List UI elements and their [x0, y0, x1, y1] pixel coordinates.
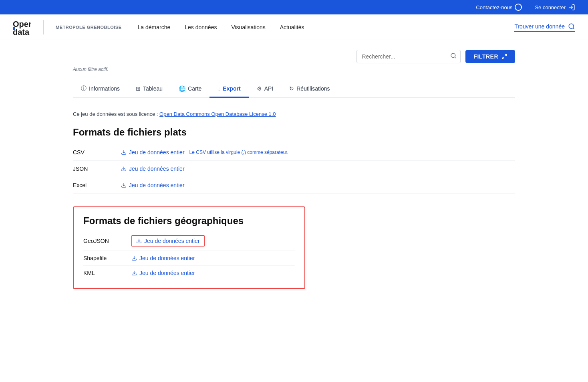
info-icon: ⓘ [81, 85, 87, 92]
globe-icon: 🌐 [179, 85, 185, 92]
login-label: Se connecter [535, 4, 566, 10]
format-name-kml: KML [83, 270, 131, 276]
nav-donnees[interactable]: Les données [185, 24, 217, 30]
expand-icon [501, 54, 507, 59]
download-icon [121, 166, 127, 172]
search-submit-icon[interactable] [450, 53, 457, 61]
flat-format-list: CSV Jeu de données entier Le CSV utilise… [73, 144, 515, 194]
csv-download-link[interactable]: Jeu de données entier [121, 149, 185, 156]
filter-button[interactable]: FILTRER [465, 50, 515, 63]
main-nav: La démarche Les données Visualisations A… [138, 24, 515, 30]
export-content: Ce jeu de données est sous licence : Ope… [73, 98, 515, 289]
main-content: FILTRER Aucun filtre actif. ⓘ Informatio… [54, 40, 534, 308]
tab-informations[interactable]: ⓘ Informations [73, 80, 128, 98]
logo-divider [43, 20, 44, 34]
top-bar: Contactez-nous Se connecter [0, 0, 588, 14]
tabs-bar: ⓘ Informations ⊞ Tableau 🌐 Carte ↓ Expor… [73, 80, 515, 98]
geojson-download-link[interactable]: Jeu de données entier [131, 235, 205, 247]
no-filter-label: Aucun filtre actif. [73, 67, 515, 72]
nav-demarche[interactable]: La démarche [138, 24, 171, 30]
shapefile-download-link[interactable]: Jeu de données entier [131, 255, 195, 261]
csv-note: Le CSV utilise la virgule (,) comme sépa… [189, 150, 288, 155]
login-link[interactable]: Se connecter [535, 4, 575, 11]
search-wrap [356, 50, 461, 63]
gear-icon: ⚙ [257, 85, 262, 92]
download-icon [121, 150, 127, 155]
download-icon [121, 182, 127, 188]
format-name-json: JSON [73, 166, 121, 172]
site-header: Open data MÉTROPOLE GRENOBLOISE La démar… [0, 14, 588, 40]
table-row: Shapefile Jeu de données entier [83, 251, 295, 266]
tab-carte[interactable]: 🌐 Carte [171, 81, 209, 98]
contact-icon [515, 4, 522, 11]
logo-area: Open data MÉTROPOLE GRENOBLOISE [13, 18, 122, 36]
nav-visualisations[interactable]: Visualisations [231, 24, 265, 30]
logo-icon: Open data [13, 18, 31, 36]
login-icon [568, 4, 575, 11]
search-icon [568, 23, 575, 30]
license-link[interactable]: Open Data Commons Open Database License … [159, 111, 276, 117]
download-icon [136, 238, 142, 244]
nav-actualites[interactable]: Actualités [280, 24, 304, 30]
tab-reutilisations[interactable]: ↻ Réutilisations [281, 81, 338, 98]
svg-point-5 [451, 53, 455, 58]
license-text: Ce jeu de données est sous licence : Ope… [73, 111, 515, 117]
tab-tableau[interactable]: ⊞ Tableau [128, 81, 171, 98]
contact-link[interactable]: Contactez-nous [476, 4, 522, 11]
download-icon [131, 270, 137, 276]
table-row: KML Jeu de données entier [83, 266, 295, 280]
contact-label: Contactez-nous [476, 4, 512, 10]
svg-point-4 [569, 24, 574, 28]
svg-text:data: data [13, 28, 30, 36]
download-icon [131, 255, 137, 261]
search-label: Trouver une donnée [514, 23, 565, 30]
org-name: MÉTROPOLE GRENOBLOISE [56, 25, 122, 30]
table-row: JSON Jeu de données entier [73, 161, 515, 177]
flat-section-title: Formats de fichiers plats [73, 127, 515, 138]
tab-api[interactable]: ⚙ API [249, 81, 282, 98]
table-row: CSV Jeu de données entier Le CSV utilise… [73, 144, 515, 161]
format-name-excel: Excel [73, 182, 121, 188]
format-name-csv: CSV [73, 149, 121, 156]
table-row: GeoJSON Jeu de données entier [83, 231, 295, 251]
table-row: Excel Jeu de données entier [73, 177, 515, 194]
download-tab-icon: ↓ [217, 85, 220, 92]
format-name-geojson: GeoJSON [83, 238, 131, 244]
kml-download-link[interactable]: Jeu de données entier [131, 270, 195, 276]
excel-download-link[interactable]: Jeu de données entier [121, 182, 185, 188]
svg-text:Open: Open [13, 20, 31, 28]
refresh-icon: ↻ [289, 85, 294, 92]
tab-export[interactable]: ↓ Export [209, 81, 248, 98]
filter-bar: FILTRER [73, 50, 515, 63]
search-input[interactable] [356, 50, 461, 63]
json-download-link[interactable]: Jeu de données entier [121, 166, 185, 172]
header-search[interactable]: Trouver une donnée [514, 23, 575, 32]
geo-section-title: Formats de fichiers géographiques [83, 215, 295, 226]
grid-icon: ⊞ [136, 85, 141, 92]
geo-section: Formats de fichiers géographiques GeoJSO… [73, 206, 305, 289]
format-name-shapefile: Shapefile [83, 255, 131, 261]
